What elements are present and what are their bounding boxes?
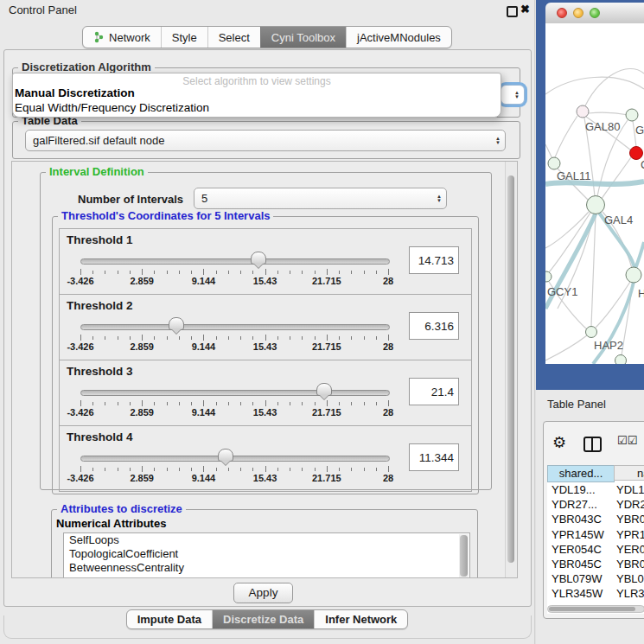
table-cell-name[interactable]: YBR0 <box>616 513 644 526</box>
table-cell-name[interactable]: YPR1 <box>616 528 644 541</box>
network-node-label: GAL80 <box>585 120 620 133</box>
slider-ticks <box>80 466 388 473</box>
table-row[interactable]: YDR27... YDR2 <box>547 498 644 513</box>
threshold-slider-thumb[interactable] <box>169 317 184 330</box>
numerical-attributes-list[interactable]: SelfLoopsTopologicalCoefficientBetweenne… <box>63 532 470 578</box>
table-cell-name[interactable]: YDR2 <box>616 498 644 511</box>
network-node[interactable] <box>615 355 627 365</box>
table-data-combo[interactable]: galFiltered.sif default node ▲▼ <box>25 130 506 151</box>
table-cell-shared-name[interactable]: YLR345W <box>552 587 603 600</box>
threshold-panel: Threshold 4 -3.426 2.859 9.144 15.43 21.… <box>59 425 472 492</box>
tick-label: 9.144 <box>192 341 216 352</box>
numerical-attribute-item[interactable]: BetweennessCentrality <box>64 561 469 575</box>
threshold-slider-track[interactable] <box>80 258 390 265</box>
tick-label: 2.859 <box>130 276 154 286</box>
apply-button[interactable]: Apply <box>233 583 293 603</box>
tab-network[interactable]: Network <box>83 27 161 48</box>
network-node[interactable] <box>545 271 552 282</box>
slider-ticks <box>80 400 388 407</box>
float-window-icon[interactable] <box>507 6 518 17</box>
column-header-name[interactable]: na <box>614 465 644 481</box>
tab-jactivemnodules[interactable]: jActiveMNodules <box>346 27 451 48</box>
tab-select[interactable]: Select <box>207 27 260 48</box>
network-node-label: GAL4 <box>604 214 633 226</box>
table-row[interactable]: YBL079W YBL0 <box>547 572 644 587</box>
network-node-label: C <box>641 158 644 171</box>
minimize-window-icon[interactable] <box>573 8 583 18</box>
dropdown-option-manual[interactable]: Manual Discretization <box>15 86 135 99</box>
gear-icon[interactable]: ⚙ <box>552 433 566 452</box>
tab-label: Impute Data <box>137 613 201 626</box>
table-cell-name[interactable]: YLR3 <box>616 587 644 600</box>
table-cell-name[interactable]: YER0 <box>616 543 644 556</box>
table-cell-shared-name[interactable]: YPR145W <box>552 528 604 541</box>
tick-label: 2.859 <box>130 407 154 418</box>
column-header-shared-name[interactable]: shared... <box>547 465 615 482</box>
numerical-attribute-item[interactable]: SelfLoops <box>64 533 469 547</box>
group-title: Discretization Algorithm <box>18 61 155 73</box>
threshold-value-field[interactable]: 11.344 <box>409 443 459 471</box>
tick-label: 21.715 <box>312 276 341 286</box>
table-row[interactable]: YBR045C YBR0 <box>547 558 644 572</box>
zoom-window-icon[interactable] <box>590 8 600 18</box>
columns-icon[interactable] <box>583 437 602 452</box>
dropdown-option-equal-width[interactable]: Equal Width/Frequency Discretization <box>15 101 209 114</box>
tab-discretize-data[interactable]: Discretize Data <box>212 610 314 628</box>
tab-cyni-toolbox[interactable]: Cyni Toolbox <box>260 27 346 48</box>
select-columns-checkboxes-icon[interactable]: ☑☑ <box>617 434 637 447</box>
table-row[interactable]: YLR345W YLR3 <box>547 587 644 602</box>
table-cell-shared-name[interactable]: YDL19... <box>552 483 596 496</box>
table-cell-name[interactable]: YDL1 <box>616 483 644 496</box>
table-row[interactable]: YBR043C YBR0 <box>547 513 644 527</box>
vertical-scrollbar-thumb[interactable] <box>507 175 514 563</box>
network-node[interactable] <box>626 109 638 121</box>
network-canvas[interactable]: GAL80GACGAL11GAL4GCY1HHAP2 <box>545 23 644 364</box>
tick-label: 15.43 <box>253 407 277 418</box>
thresholds-group: Threshold's Coordinates for 5 Intervals … <box>52 216 479 494</box>
threshold-slider-thumb[interactable] <box>251 252 266 265</box>
threshold-panel: Threshold 3 -3.426 2.859 9.144 15.43 21.… <box>59 360 472 426</box>
threshold-slider-thumb[interactable] <box>218 449 233 462</box>
settings-scroll-viewport: Interval Definition Number of Intervals … <box>11 161 518 578</box>
tab-impute-data[interactable]: Impute Data <box>127 610 212 628</box>
close-window-icon[interactable] <box>557 8 567 18</box>
threshold-slider-track[interactable] <box>80 324 390 330</box>
list-scrollbar[interactable] <box>459 534 469 578</box>
table-cell-shared-name[interactable]: YER054C <box>552 543 602 556</box>
threshold-slider-thumb[interactable] <box>316 383 332 396</box>
horizontal-scrollbar[interactable] <box>547 605 644 613</box>
number-of-intervals-combo[interactable]: 5 ▲▼ <box>194 188 447 209</box>
table-cell-shared-name[interactable]: YDR27... <box>552 498 597 511</box>
vertical-scrollbar[interactable] <box>505 162 517 577</box>
network-node[interactable] <box>587 196 605 214</box>
network-node[interactable] <box>548 157 560 169</box>
table-cell-shared-name[interactable]: YBL079W <box>552 572 603 585</box>
table-cell-name[interactable]: YBL0 <box>616 572 644 585</box>
algorithm-combo-focus[interactable]: ▲▼ <box>501 85 525 105</box>
panel-title: Control Panel <box>9 3 77 16</box>
tick-label: 15.43 <box>253 473 277 483</box>
threshold-slider-track[interactable] <box>80 390 390 396</box>
table-panel-titlebar: Table Panel <box>536 390 644 418</box>
threshold-value-field[interactable]: 6.316 <box>409 312 459 340</box>
tab-infer-network[interactable]: Infer Network <box>314 610 407 628</box>
threshold-value-field[interactable]: 21.4 <box>409 378 459 405</box>
table-cell-shared-name[interactable]: YBR043C <box>552 513 602 526</box>
list-scrollbar-thumb[interactable] <box>460 535 468 577</box>
horizontal-scrollbar-thumb[interactable] <box>549 607 635 611</box>
network-node[interactable] <box>586 327 597 338</box>
network-node[interactable] <box>577 105 589 118</box>
table-cell-name[interactable]: YBR0 <box>616 558 644 571</box>
numerical-attribute-item[interactable]: TopologicalCoefficient <box>64 547 469 561</box>
table-row[interactable]: YDL19... YDL1 <box>547 483 644 498</box>
threshold-value-field[interactable]: 14.713 <box>409 246 459 274</box>
number-of-intervals-value: 5 <box>201 192 207 205</box>
network-node[interactable] <box>626 267 641 283</box>
table-row[interactable]: YER054C YER0 <box>547 543 644 558</box>
tab-label: Select <box>219 31 250 44</box>
table-row[interactable]: YPR145W YPR1 <box>547 528 644 543</box>
threshold-slider-track[interactable] <box>80 456 390 462</box>
tab-style[interactable]: Style <box>161 27 207 48</box>
close-icon[interactable]: ✖ <box>520 3 530 16</box>
table-cell-shared-name[interactable]: YBR045C <box>552 558 602 571</box>
